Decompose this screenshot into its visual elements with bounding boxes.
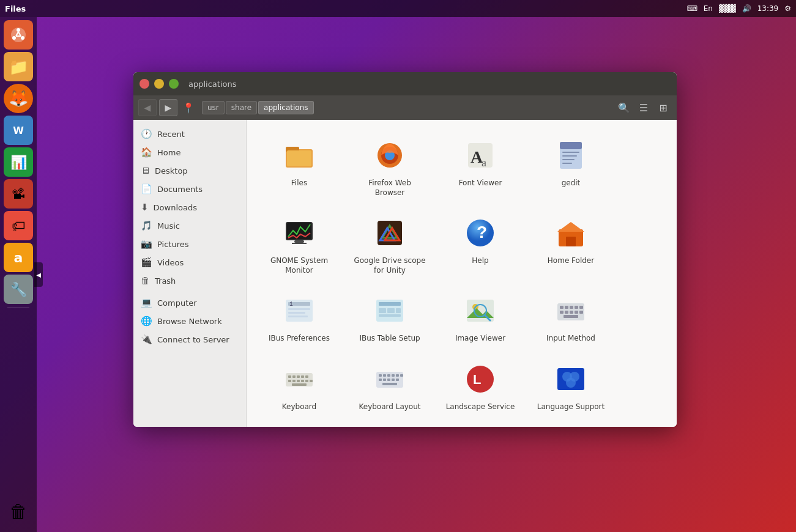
file-item-libreoffice[interactable]: LibreOffice — [256, 422, 342, 427]
svg-rect-70 — [288, 380, 291, 382]
close-button[interactable] — [139, 79, 149, 89]
file-item-files[interactable]: Files — [256, 130, 342, 202]
maximize-button[interactable] — [169, 79, 179, 89]
trash-dock-item[interactable]: 🗑 — [4, 497, 33, 526]
writer-dock-item[interactable]: W — [4, 116, 33, 145]
file-item-font-viewer[interactable]: A a Font Viewer — [437, 130, 523, 202]
sidebar-item-videos[interactable]: 🎬 Videos — [133, 253, 246, 272]
search-button[interactable]: 🔍 — [616, 99, 633, 116]
files-dock-item[interactable]: 📁 — [4, 52, 33, 81]
svg-text:L: L — [473, 372, 481, 387]
sidebar-item-downloads[interactable]: ⬇ Downloads — [133, 198, 246, 216]
software-dock-item[interactable]: 🏷 — [4, 211, 33, 240]
file-item-gedit[interactable]: gedit — [528, 130, 614, 202]
file-label-ibus-prefs: IBus Preferences — [269, 334, 330, 344]
svg-point-3 — [12, 36, 16, 40]
trash-icon: 🗑 — [141, 275, 150, 286]
sidebar-item-desktop[interactable]: 🖥 Desktop — [133, 161, 246, 180]
file-item-keyboard-layout[interactable]: Keyboard Layout — [347, 353, 433, 417]
file-item-libreoffice-calc[interactable]: LibreOffice Calc — [347, 422, 433, 427]
ubuntu-button[interactable] — [4, 20, 33, 50]
file-item-google-drive[interactable]: Google Drive scope for Unity — [347, 207, 433, 280]
file-label-help: Help — [472, 256, 488, 266]
file-item-libreoffice-draw[interactable]: LibreOffice Draw — [437, 422, 523, 427]
file-item-libreoffice-impress[interactable]: LibreOffice Impress — [528, 422, 614, 427]
grid-view-button[interactable]: ⊞ — [655, 99, 672, 116]
sidebar-item-music[interactable]: 🎵 Music — [133, 216, 246, 235]
sidebar-item-home[interactable]: 🏠 Home — [133, 143, 246, 161]
file-label-files: Files — [291, 179, 307, 188]
file-label-keyboard-layout: Keyboard Layout — [359, 402, 420, 412]
dock-collapse-button[interactable]: ◀ — [34, 262, 43, 287]
time-display: 13:39 — [757, 4, 779, 13]
dock-separator — [7, 308, 29, 308]
file-item-ibus-table[interactable]: IBus Table Setup — [347, 285, 433, 349]
file-item-gnome-monitor[interactable]: GNOME System Monitor — [256, 207, 342, 280]
svg-rect-54 — [565, 306, 568, 309]
file-label-language-support: Language Support — [537, 402, 604, 412]
file-label-image-viewer: Image Viewer — [455, 334, 505, 344]
sidebar-label-music: Music — [157, 221, 180, 231]
lang-indicator[interactable]: En — [704, 4, 713, 13]
svg-rect-55 — [570, 306, 573, 309]
svg-rect-75 — [310, 380, 313, 382]
svg-rect-61 — [575, 311, 578, 314]
svg-text:?: ? — [477, 223, 487, 242]
file-item-firefox[interactable]: Firefox Web Browser — [347, 130, 433, 202]
forward-button[interactable]: ▶ — [159, 99, 177, 116]
sidebar-item-pictures[interactable]: 📷 Pictures — [133, 235, 246, 253]
keyboard-indicator[interactable]: ⌨ — [686, 4, 697, 13]
settings-icon[interactable]: ⚙ — [784, 4, 791, 13]
svg-rect-46 — [379, 314, 401, 317]
svg-rect-72 — [297, 380, 300, 382]
svg-rect-86 — [387, 379, 390, 381]
svg-rect-82 — [396, 374, 399, 377]
minimize-button[interactable] — [154, 79, 164, 89]
breadcrumb-applications[interactable]: applications — [258, 101, 313, 114]
file-icon-home-folder — [551, 213, 590, 253]
sidebar-label-recent: Recent — [157, 130, 185, 139]
breadcrumb-share[interactable]: share — [226, 101, 257, 114]
svg-rect-68 — [301, 375, 304, 378]
file-icon-ibus-prefs: i — [280, 291, 319, 330]
location-button[interactable]: 📍 — [180, 99, 197, 116]
calc-dock-item[interactable]: 📊 — [4, 147, 33, 177]
breadcrumb-usr[interactable]: usr — [202, 101, 225, 114]
file-label-gnome-monitor: GNOME System Monitor — [262, 256, 336, 275]
volume-indicator[interactable]: 🔊 — [742, 4, 751, 13]
file-icon-ibus-table — [370, 291, 409, 330]
amazon-dock-item[interactable]: a — [4, 243, 33, 272]
svg-rect-58 — [560, 311, 564, 314]
browse-network-icon: 🌐 — [141, 316, 152, 327]
file-item-ibus-prefs[interactable]: i IBus Preferences — [256, 285, 342, 349]
sidebar-item-trash[interactable]: 🗑 Trash — [133, 272, 246, 290]
sidebar-item-browse-network[interactable]: 🌐 Browse Network — [133, 312, 246, 330]
sidebar-item-documents[interactable]: 📄 Documents — [133, 180, 246, 198]
sidebar-item-recent[interactable]: 🕐 Recent — [133, 125, 246, 143]
file-icon-landscape: L — [461, 360, 500, 399]
sidebar-item-computer[interactable]: 💻 Computer — [133, 294, 246, 312]
breadcrumb: usr share applications — [202, 101, 314, 114]
sidebar-item-connect-server[interactable]: 🔌 Connect to Server — [133, 330, 246, 349]
file-item-input-method[interactable]: Input Method — [528, 285, 614, 349]
file-item-image-viewer[interactable]: Image Viewer — [437, 285, 523, 349]
firefox-dock-item[interactable]: 🦊 — [4, 84, 33, 113]
impress-dock-item[interactable]: 📽 — [4, 179, 33, 209]
svg-text:i: i — [289, 300, 293, 307]
back-button[interactable]: ◀ — [138, 99, 157, 116]
svg-rect-73 — [301, 380, 304, 382]
file-item-language-support[interactable]: Language Support — [528, 353, 614, 417]
file-label-landscape: Landscape Service — [446, 402, 515, 412]
file-item-landscape[interactable]: L Landscape Service — [437, 353, 523, 417]
svg-rect-20 — [562, 159, 575, 160]
svg-rect-78 — [379, 374, 382, 377]
sidebar-label-documents: Documents — [157, 185, 203, 194]
file-item-keyboard[interactable]: Keyboard — [256, 353, 342, 417]
sidebar: 🕐 Recent 🏠 Home 🖥 Desktop 📄 Documents ⬇ … — [133, 120, 247, 427]
svg-point-2 — [21, 36, 24, 40]
topbar-title: Files — [5, 4, 26, 13]
file-item-home-folder[interactable]: Home Folder — [528, 207, 614, 280]
list-view-button[interactable]: ☰ — [635, 99, 652, 116]
tools-dock-item[interactable]: 🔧 — [4, 275, 33, 304]
file-item-help[interactable]: ? Help — [437, 207, 523, 280]
